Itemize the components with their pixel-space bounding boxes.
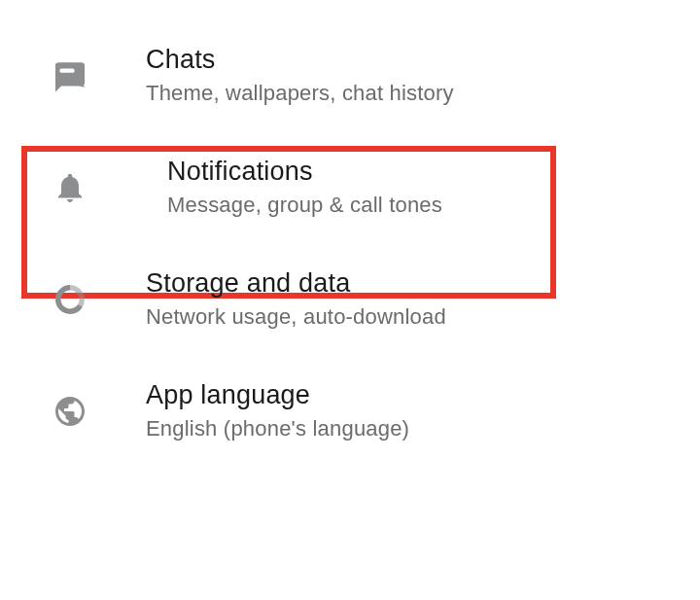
chat-icon [0,58,146,93]
settings-item-text: Chats Theme, wallpapers, chat history [146,45,454,106]
settings-item-storage[interactable]: Storage and data Network usage, auto-dow… [0,243,700,355]
settings-list: Chats Theme, wallpapers, chat history No… [0,19,700,467]
settings-item-text: Notifications Message, group & call tone… [167,157,442,218]
settings-item-language[interactable]: App language English (phone's language) [0,355,700,467]
settings-item-subtitle: Theme, wallpapers, chat history [146,81,454,106]
settings-item-subtitle: English (phone's language) [146,416,409,441]
settings-item-chats[interactable]: Chats Theme, wallpapers, chat history [0,19,700,131]
bell-icon [21,170,167,205]
settings-item-title: App language [146,380,409,410]
settings-item-subtitle: Message, group & call tones [167,193,442,218]
data-usage-icon [0,282,146,317]
settings-item-title: Notifications [167,157,442,187]
svg-rect-1 [60,68,75,72]
svg-rect-0 [55,62,85,85]
settings-item-title: Storage and data [146,268,446,299]
settings-item-title: Chats [146,45,454,75]
globe-icon [0,394,146,429]
settings-item-text: Storage and data Network usage, auto-dow… [146,268,446,330]
settings-item-notifications[interactable]: Notifications Message, group & call tone… [21,131,679,243]
settings-item-text: App language English (phone's language) [146,380,409,441]
settings-item-subtitle: Network usage, auto-download [146,304,446,330]
